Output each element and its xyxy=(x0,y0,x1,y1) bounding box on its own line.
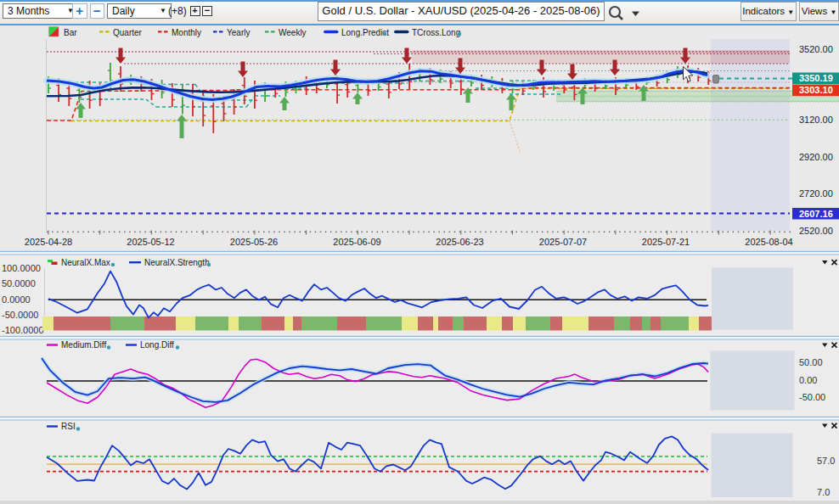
svg-text:2025-07-21: 2025-07-21 xyxy=(642,237,690,247)
svg-text:2025-08-04: 2025-08-04 xyxy=(745,237,792,247)
svg-text:Long.Diff: Long.Diff xyxy=(140,340,174,350)
svg-text:Quarter: Quarter xyxy=(113,28,143,37)
svg-text:2025-05-26: 2025-05-26 xyxy=(230,237,278,247)
svg-text:Yearly: Yearly xyxy=(227,28,250,37)
svg-text:100.0000: 100.0000 xyxy=(2,263,41,273)
svg-text:50.00: 50.00 xyxy=(799,357,823,367)
svg-text:50.0000: 50.0000 xyxy=(2,278,36,288)
svg-text:57.0: 57.0 xyxy=(817,456,835,466)
svg-text:-50.00: -50.00 xyxy=(799,392,825,402)
svg-text:RSI: RSI xyxy=(61,422,76,431)
svg-text:Monthly: Monthly xyxy=(172,28,201,37)
svg-text:2720.00: 2720.00 xyxy=(799,188,833,199)
svg-text:0.0000: 0.0000 xyxy=(2,294,31,305)
svg-text:2025-06-09: 2025-06-09 xyxy=(333,237,380,247)
svg-text:Weekly: Weekly xyxy=(279,28,307,37)
svg-text:Medium.Diff: Medium.Diff xyxy=(61,340,106,350)
svg-text:-50.0000: -50.0000 xyxy=(2,310,38,320)
svg-text:2025-04-28: 2025-04-28 xyxy=(25,237,72,247)
svg-text:3350.19: 3350.19 xyxy=(799,73,833,83)
svg-text:2607.16: 2607.16 xyxy=(799,209,833,219)
svg-text:Bar: Bar xyxy=(64,28,77,37)
svg-text:2520.00: 2520.00 xyxy=(799,226,833,236)
svg-text:3303.10: 3303.10 xyxy=(799,85,833,95)
svg-text:7.0: 7.0 xyxy=(817,487,830,497)
svg-text:-100.0000: -100.0000 xyxy=(2,325,44,335)
svg-text:2025-06-23: 2025-06-23 xyxy=(436,237,483,247)
svg-text:3120.00: 3120.00 xyxy=(799,115,833,125)
svg-text:0.00: 0.00 xyxy=(799,375,817,385)
svg-text:TCross.Long: TCross.Long xyxy=(412,28,460,37)
svg-text:2920.00: 2920.00 xyxy=(799,152,833,162)
svg-text:NeuralX.Max: NeuralX.Max xyxy=(61,258,110,267)
svg-text:2025-05-12: 2025-05-12 xyxy=(127,237,174,247)
svg-text:3520.00: 3520.00 xyxy=(799,44,833,54)
svg-text:2025-07-07: 2025-07-07 xyxy=(539,237,587,247)
svg-text:NeuralX.Strength: NeuralX.Strength xyxy=(144,258,210,267)
svg-text:Long.Predict: Long.Predict xyxy=(341,28,389,37)
